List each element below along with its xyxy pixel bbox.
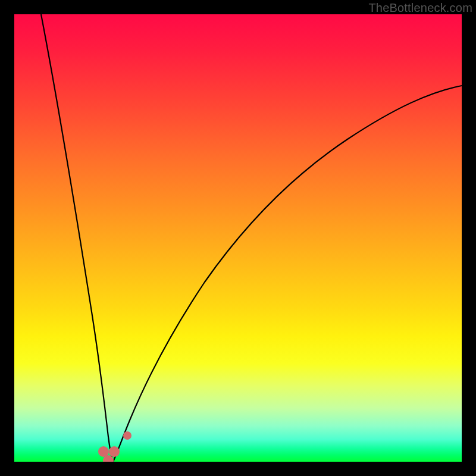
plot-frame [14,14,462,462]
watermark-text: TheBottleneck.com [368,1,472,15]
marker-layer [14,14,462,462]
upper-right-marker [123,431,131,440]
bottom-right-marker [109,446,120,457]
